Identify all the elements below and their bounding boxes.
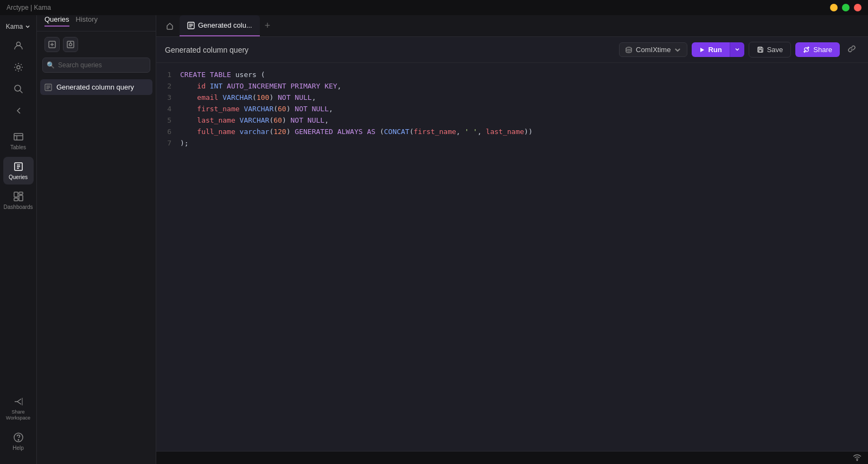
- line-code: full_name varchar(120) GENERATED ALWAYS …: [180, 126, 868, 138]
- app-title: Arctype | Kama: [7, 4, 51, 11]
- run-chevron-button[interactable]: [730, 42, 744, 57]
- svg-rect-10: [14, 192, 18, 197]
- line-num: 6: [156, 126, 180, 138]
- run-button-group[interactable]: Run: [692, 42, 744, 57]
- maximize-button[interactable]: □: [842, 4, 850, 11]
- app-body: Kama: [0, 15, 868, 464]
- line-code: email VARCHAR(100) NOT NULL,: [180, 92, 868, 104]
- user-icon-button[interactable]: [3, 36, 34, 55]
- tab-bar: Generated colu... +: [156, 15, 868, 37]
- code-line-5: 5 last_name VARCHAR(60) NOT NULL,: [156, 115, 868, 126]
- copy-link-button[interactable]: [844, 41, 859, 59]
- play-icon: [699, 47, 705, 53]
- tables-icon: [13, 131, 24, 142]
- save-label: Save: [767, 46, 783, 54]
- code-line-3: 3 email VARCHAR(100) NOT NULL,: [156, 92, 868, 104]
- svg-point-34: [857, 460, 858, 461]
- workspace-selector[interactable]: Kama: [0, 20, 36, 34]
- tables-label: Tables: [10, 144, 26, 150]
- db-selector[interactable]: ComIXtime: [619, 42, 687, 57]
- toolbar: Generated column query ComIXtime: [156, 37, 868, 63]
- dashboards-icon: [13, 191, 24, 202]
- sidebar-item-dashboards[interactable]: Dashboards: [3, 187, 34, 214]
- close-button[interactable]: ✕: [854, 4, 861, 11]
- tab-generated-col[interactable]: Generated colu...: [180, 15, 260, 36]
- search-icon-button[interactable]: [3, 79, 34, 99]
- code-line-2: 2 id INT AUTO_INCREMENT PRIMARY KEY,: [156, 81, 868, 92]
- line-code: CREATE TABLE users (: [180, 69, 868, 81]
- add-tab-icon: +: [265, 20, 271, 31]
- share-label: Share: [813, 46, 832, 54]
- link-icon: [847, 45, 856, 53]
- svg-rect-33: [758, 47, 761, 49]
- help-icon: [13, 432, 24, 443]
- line-num: 2: [156, 81, 180, 92]
- nav-bottom: Share Workspace Help: [0, 387, 36, 460]
- new-query-icon: [48, 41, 56, 48]
- svg-point-20: [69, 43, 72, 46]
- query-title: Generated column query: [165, 46, 619, 54]
- code-editor[interactable]: 1 CREATE TABLE users ( 2 id INT AUTO_INC…: [156, 63, 868, 451]
- window-controls[interactable]: ─ □ ✕: [830, 4, 861, 11]
- line-num: 1: [156, 69, 180, 81]
- line-num: 3: [156, 92, 180, 104]
- save-icon: [757, 46, 764, 53]
- help-button[interactable]: Help: [3, 428, 34, 455]
- import-query-button[interactable]: [63, 37, 78, 52]
- list-item[interactable]: Generated column query: [40, 79, 152, 95]
- line-num: 4: [156, 104, 180, 115]
- save-button[interactable]: Save: [749, 42, 792, 58]
- status-bar: [156, 451, 868, 464]
- workspace-name: Kama: [6, 23, 23, 30]
- share-btn-icon: [803, 46, 810, 53]
- search-input[interactable]: [42, 58, 150, 73]
- tab-queries[interactable]: Queries: [44, 15, 69, 27]
- line-code: id INT AUTO_INCREMENT PRIMARY KEY,: [180, 81, 868, 92]
- db-icon: [625, 46, 633, 54]
- code-line-6: 6 full_name varchar(120) GENERATED ALWAY…: [156, 126, 868, 138]
- status-wifi: [853, 453, 861, 463]
- panel-sidebar: Queries History 🔍: [37, 15, 156, 464]
- gear-icon: [13, 62, 24, 73]
- query-item-icon: [44, 84, 52, 91]
- icon-nav: Kama: [0, 15, 37, 464]
- nav-main: Tables Queries Dashboards: [0, 123, 36, 387]
- tab-query-icon: [187, 22, 195, 29]
- share-button[interactable]: Share: [795, 42, 840, 57]
- svg-rect-13: [19, 195, 23, 201]
- svg-rect-32: [758, 50, 762, 53]
- collapse-icon-button[interactable]: [3, 101, 34, 120]
- sidebar-item-queries[interactable]: Queries: [3, 157, 34, 185]
- share-workspace-button[interactable]: Share Workspace: [3, 392, 34, 425]
- toolbar-actions: ComIXtime Run: [619, 41, 859, 59]
- svg-marker-31: [700, 48, 704, 52]
- svg-rect-12: [14, 198, 18, 201]
- svg-rect-11: [19, 192, 23, 194]
- tab-history[interactable]: History: [76, 15, 98, 27]
- home-tab-button[interactable]: [161, 15, 179, 36]
- line-code: );: [180, 138, 868, 149]
- main-content: Generated colu... + Generated column que…: [156, 15, 868, 464]
- collapse-icon: [13, 105, 24, 116]
- import-icon: [67, 41, 74, 48]
- run-button[interactable]: Run: [692, 42, 729, 57]
- panel-tabs: Queries History: [37, 15, 156, 31]
- home-icon: [166, 22, 174, 30]
- share-icon: [13, 396, 24, 407]
- minimize-button[interactable]: ─: [830, 4, 838, 11]
- queries-icon: [13, 161, 24, 172]
- new-query-button[interactable]: [44, 37, 60, 52]
- line-code: first_name VARCHAR(60) NOT NULL,: [180, 104, 868, 115]
- query-list: Generated column query: [37, 77, 156, 464]
- line-num: 7: [156, 138, 180, 149]
- add-tab-button[interactable]: +: [260, 15, 275, 36]
- code-line-7: 7 );: [156, 138, 868, 149]
- sidebar-item-tables[interactable]: Tables: [3, 127, 34, 155]
- svg-point-15: [18, 440, 19, 441]
- share-workspace-label: Share Workspace: [5, 409, 31, 421]
- search-box[interactable]: 🔍: [42, 58, 150, 73]
- panel-actions: [37, 31, 156, 58]
- settings-icon-button[interactable]: [3, 58, 34, 77]
- svg-rect-3: [14, 134, 23, 140]
- db-chevron-icon: [674, 46, 681, 54]
